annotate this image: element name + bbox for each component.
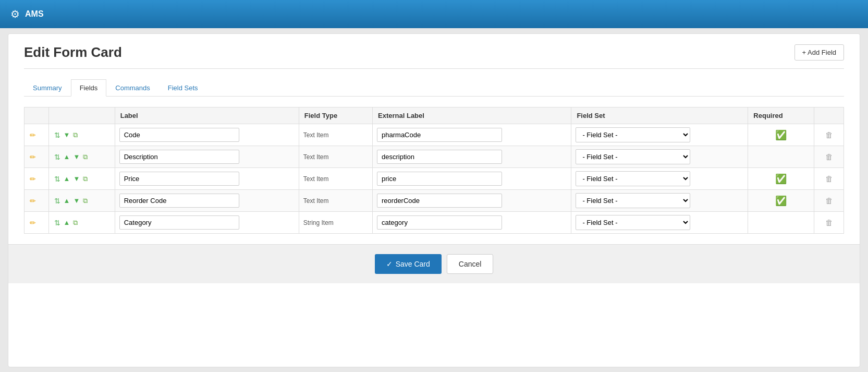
edit-cell: ✏ <box>25 190 49 212</box>
table-row: ✏⇅▲▼⧉Text Item - Field Set - 🗑 <box>25 146 844 168</box>
add-field-button[interactable]: + Add Field <box>794 44 844 61</box>
copy-icon[interactable]: ⧉ <box>82 196 89 206</box>
label-input[interactable] <box>119 128 239 142</box>
save-card-label: Save Card <box>396 260 430 268</box>
field-type-text: Text Item <box>303 153 329 161</box>
edit-icon[interactable]: ✏ <box>29 196 37 206</box>
label-input[interactable] <box>119 150 239 164</box>
edit-cell: ✏ <box>25 124 49 146</box>
col-header-required: Required <box>748 107 814 124</box>
col-header-field-set: Field Set <box>571 107 748 124</box>
delete-icon[interactable]: 🗑 <box>825 196 833 205</box>
delete-icon[interactable]: 🗑 <box>825 174 833 183</box>
label-cell <box>115 190 299 212</box>
move-icon[interactable]: ⇅ <box>53 152 62 162</box>
cancel-button[interactable]: Cancel <box>447 254 494 274</box>
table-row: ✏⇅▲▼⧉Text Item - Field Set - ✅🗑 <box>25 168 844 190</box>
delete-cell: 🗑 <box>814 146 844 168</box>
save-card-button[interactable]: ✓ Save Card <box>375 254 442 274</box>
field-type-text: String Item <box>303 219 334 226</box>
delete-icon[interactable]: 🗑 <box>825 152 833 161</box>
move-icon[interactable]: ⇅ <box>53 218 62 227</box>
field-set-cell: - Field Set - <box>571 212 748 234</box>
copy-icon[interactable]: ⧉ <box>82 152 89 162</box>
field-type-cell: Text Item <box>299 146 372 168</box>
col-header-field-type: Field Type <box>299 107 372 124</box>
tab-summary[interactable]: Summary <box>24 79 71 96</box>
external-label-input[interactable] <box>377 128 502 142</box>
delete-cell: 🗑 <box>814 124 844 146</box>
field-set-select[interactable]: - Field Set - <box>576 171 690 186</box>
field-type-cell: Text Item <box>299 190 372 212</box>
move-up-icon[interactable]: ▲ <box>63 174 71 183</box>
edit-cell: ✏ <box>25 212 49 234</box>
copy-icon[interactable]: ⧉ <box>82 174 89 184</box>
move-up-icon[interactable]: ▲ <box>63 196 71 205</box>
edit-cell: ✏ <box>25 168 49 190</box>
move-up-icon[interactable]: ▲ <box>63 152 71 161</box>
field-set-cell: - Field Set - <box>571 190 748 212</box>
page-header: Edit Form Card + Add Field <box>24 44 844 69</box>
move-down-icon[interactable]: ▼ <box>72 174 81 183</box>
col-header-delete <box>814 107 844 124</box>
label-cell <box>115 124 299 146</box>
field-set-cell: - Field Set - <box>571 124 748 146</box>
action-icons-cell: ⇅▲▼⧉ <box>48 146 115 168</box>
edit-icon[interactable]: ✏ <box>29 152 37 162</box>
edit-icon[interactable]: ✏ <box>29 130 37 140</box>
table-row: ✏⇅▼⧉Text Item - Field Set - ✅🗑 <box>25 124 844 146</box>
tab-commands[interactable]: Commands <box>106 79 158 96</box>
col-header-actions <box>25 107 49 124</box>
move-down-icon[interactable]: ▼ <box>72 196 81 205</box>
label-input[interactable] <box>119 194 239 208</box>
external-label-cell <box>373 124 571 146</box>
field-set-select[interactable]: - Field Set - <box>576 193 690 208</box>
main-container: Edit Form Card + Add Field Summary Field… <box>8 33 860 367</box>
app-icon: ⚙ <box>10 8 20 20</box>
move-icon[interactable]: ⇅ <box>53 196 62 206</box>
table-row: ✏⇅▲⧉String Item - Field Set - 🗑 <box>25 212 844 234</box>
page-title: Edit Form Card <box>24 44 122 61</box>
move-up-icon[interactable]: ▲ <box>63 218 71 227</box>
label-input[interactable] <box>119 215 239 230</box>
move-icon[interactable]: ⇅ <box>53 130 62 140</box>
field-type-text: Text Item <box>303 175 329 183</box>
edit-icon[interactable]: ✏ <box>29 218 37 227</box>
field-set-select[interactable]: - Field Set - <box>576 215 690 230</box>
field-type-cell: String Item <box>299 212 372 234</box>
field-set-select[interactable]: - Field Set - <box>576 127 690 142</box>
label-cell <box>115 146 299 168</box>
copy-icon[interactable]: ⧉ <box>72 218 79 227</box>
required-check-icon: ✅ <box>775 196 787 206</box>
required-check-icon: ✅ <box>775 130 787 140</box>
external-label-input[interactable] <box>377 215 502 230</box>
field-type-cell: Text Item <box>299 168 372 190</box>
edit-icon[interactable]: ✏ <box>29 174 37 184</box>
table-row: ✏⇅▲▼⧉Text Item - Field Set - ✅🗑 <box>25 190 844 212</box>
col-header-label: Label <box>115 107 299 124</box>
move-down-icon[interactable]: ▼ <box>72 152 81 161</box>
label-input[interactable] <box>119 172 239 186</box>
move-down-icon[interactable]: ▼ <box>63 130 71 139</box>
tab-field-sets[interactable]: Field Sets <box>159 79 207 96</box>
label-cell <box>115 168 299 190</box>
external-label-input[interactable] <box>377 172 502 186</box>
delete-cell: 🗑 <box>814 190 844 212</box>
required-cell <box>748 212 814 234</box>
required-cell: ✅ <box>748 124 814 146</box>
app-header: ⚙ AMS <box>0 0 868 28</box>
field-set-select[interactable]: - Field Set - <box>576 149 690 164</box>
delete-icon[interactable]: 🗑 <box>825 218 833 227</box>
tab-fields[interactable]: Fields <box>71 79 107 97</box>
move-icon[interactable]: ⇅ <box>53 174 62 184</box>
footer-bar: ✓ Save Card Cancel <box>8 244 860 283</box>
action-icons-cell: ⇅▲▼⧉ <box>48 168 115 190</box>
external-label-input[interactable] <box>377 194 502 208</box>
col-header-icons <box>48 107 115 124</box>
external-label-cell <box>373 146 571 168</box>
delete-icon[interactable]: 🗑 <box>825 130 833 139</box>
external-label-input[interactable] <box>377 150 502 164</box>
fields-table: Label Field Type External Label Field Se… <box>24 107 844 234</box>
copy-icon[interactable]: ⧉ <box>72 130 79 140</box>
external-label-cell <box>373 168 571 190</box>
